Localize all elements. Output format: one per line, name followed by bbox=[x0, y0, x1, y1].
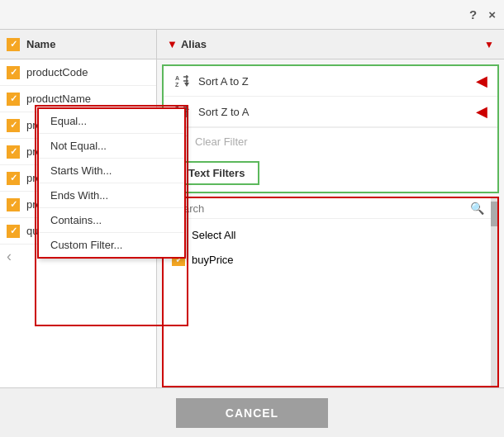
sort-za-arrow: ◀ bbox=[476, 102, 487, 121]
list-item[interactable]: ✓ buyPrice bbox=[164, 247, 491, 272]
row-label: productCode bbox=[26, 66, 88, 78]
context-equal[interactable]: Equal... bbox=[39, 109, 184, 134]
search-row: 🔍 bbox=[164, 198, 491, 219]
help-icon[interactable]: ? bbox=[469, 7, 477, 21]
cancel-button[interactable]: CANCEL bbox=[176, 398, 328, 428]
right-panel: ▼ Alias ▼ A Z bbox=[157, 30, 504, 387]
list-item-label: Select All bbox=[192, 229, 235, 241]
list-area: ✓ Select All ✓ buyPrice bbox=[164, 219, 491, 386]
clear-filter-row[interactable]: Clear Filter bbox=[164, 127, 497, 154]
context-custom-filter[interactable]: Custom Filter... bbox=[39, 233, 184, 257]
text-filters-button[interactable]: Text Filters bbox=[174, 161, 259, 185]
alias-header: ▼ Alias ▼ bbox=[157, 30, 504, 59]
header-checkmark: ✓ bbox=[10, 39, 17, 50]
title-bar-icons: ? × bbox=[469, 7, 496, 21]
svg-text:Z: Z bbox=[175, 82, 179, 88]
main-dialog: ? × ✓ Name ✓ productCode ✓ productName bbox=[0, 0, 504, 437]
table-row[interactable]: ✓ productCode bbox=[0, 59, 156, 86]
row-checkbox[interactable]: ✓ bbox=[7, 66, 20, 79]
az-sort-svg: A Z bbox=[175, 74, 190, 88]
row-checkbox[interactable]: ✓ bbox=[7, 198, 20, 211]
scrollbar-track[interactable] bbox=[491, 198, 497, 386]
list-item[interactable]: ✓ Select All bbox=[164, 222, 491, 247]
scrollbar-thumb[interactable] bbox=[491, 202, 497, 226]
sort-az-icon: A Z bbox=[174, 72, 192, 90]
row-checkbox[interactable]: ✓ bbox=[7, 172, 20, 185]
context-contains[interactable]: Contains... bbox=[39, 208, 184, 233]
row-checkbox[interactable]: ✓ bbox=[7, 93, 20, 106]
filter-icon-header: ▼ bbox=[167, 38, 178, 50]
list-item-label: buyPrice bbox=[192, 254, 234, 266]
sort-az-label: Sort A to Z bbox=[198, 75, 473, 88]
name-column-header: Name bbox=[26, 38, 55, 50]
close-icon[interactable]: × bbox=[488, 7, 496, 21]
sort-az-arrow: ◀ bbox=[476, 72, 487, 90]
bottom-bar: CANCEL bbox=[0, 387, 504, 437]
alias-filter-icon: ▼ bbox=[484, 39, 494, 50]
row-checkbox[interactable]: ✓ bbox=[7, 145, 20, 159]
context-starts-with[interactable]: Starts With... bbox=[39, 159, 184, 183]
search-list-area: 🔍 ✓ Select All ✓ buyPrice bbox=[162, 197, 499, 387]
row-checkbox[interactable]: ✓ bbox=[7, 225, 20, 238]
context-not-equal[interactable]: Not Equal... bbox=[39, 134, 184, 159]
context-menu: Equal... Not Equal... Starts With... End… bbox=[37, 107, 186, 259]
sort-az-row[interactable]: A Z Sort A to Z ◀ bbox=[164, 66, 497, 97]
alias-label: Alias bbox=[181, 38, 207, 50]
svg-marker-5 bbox=[184, 83, 189, 87]
context-ends-with[interactable]: Ends With... bbox=[39, 183, 184, 208]
svg-text:A: A bbox=[175, 75, 179, 81]
row-label: productName bbox=[26, 93, 91, 105]
header-checkbox[interactable]: ✓ bbox=[7, 38, 20, 51]
sort-za-label: Sort Z to A bbox=[198, 106, 473, 118]
search-icon[interactable]: 🔍 bbox=[470, 202, 484, 215]
search-input[interactable] bbox=[170, 202, 470, 215]
clear-filter-label: Clear Filter bbox=[195, 135, 248, 148]
title-bar: ? × bbox=[0, 0, 504, 30]
table-header: ✓ Name bbox=[0, 30, 156, 59]
sort-za-row[interactable]: Z A Sort Z to A ◀ bbox=[164, 97, 497, 127]
row-checkbox[interactable]: ✓ bbox=[7, 119, 20, 132]
sort-filter-area: A Z Sort A to Z ◀ Z bbox=[162, 64, 499, 193]
